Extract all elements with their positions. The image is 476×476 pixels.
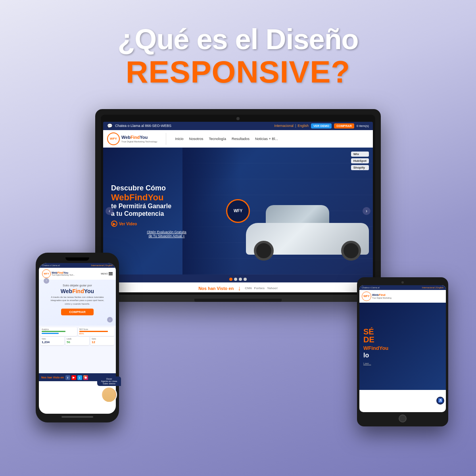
social-icons: f ▶ t ◉ [65, 375, 88, 380]
dot-3[interactable] [239, 278, 242, 281]
phone-lang-text: Internacional | English [91, 264, 113, 267]
laptop-footer: Nos han Visto en ↓ CNN Forbes Yahoo! [103, 282, 373, 292]
hero-text: Descubre Cómo WebFindYou te Permitirá Ga… [111, 184, 222, 238]
cta-line2: de Tu Situación Actual » [111, 234, 222, 238]
bar-2 [42, 333, 59, 334]
phone-comprar-btn[interactable]: COMPRAR [61, 309, 93, 315]
arrow-icon: ↓ [238, 285, 241, 292]
phone-dashboard: Analytics SEO Score 85% [39, 326, 116, 373]
title-line1: ¿Qué es el Diseño [117, 24, 358, 55]
dot-1[interactable] [229, 278, 232, 281]
hero-cta[interactable]: Obtén Evaluación Gratuita de Tu Situació… [111, 230, 222, 238]
phone-hero: ‹ Solo déjate guiar por WebFindYou A tra… [39, 280, 116, 326]
phone-hero-content: Solo déjate guiar por WebFindYou A travé… [42, 284, 113, 317]
video-btn[interactable]: ▶ Ver Video [111, 221, 222, 227]
laptop-camera [236, 117, 240, 120]
agent-subtitle: Sales directo [99, 382, 119, 385]
bar-1 [42, 331, 65, 332]
nav-inicio[interactable]: Inicio [175, 137, 183, 141]
brand-shopify: Shopify [351, 165, 369, 170]
hero-title4: a tu Competencia [111, 210, 222, 217]
phone-logo-txt: WebFindYou [52, 271, 75, 274]
hero-arrow-right[interactable]: › [363, 207, 370, 215]
phone-logo: WFY WebFindYou True Digital Marketing Te… [42, 269, 75, 278]
dashboard-card-2: SEO Score 85% [78, 327, 115, 336]
tablet-home-btn[interactable] [399, 415, 407, 422]
lang-links: Internacional | English [274, 124, 309, 128]
sales-count: 12 [92, 340, 113, 344]
lang-sep: | [295, 124, 296, 128]
play-icon: ▶ [111, 221, 117, 227]
cta-line1: Obtén Evaluación Gratuita [111, 230, 222, 234]
bar-3 [79, 331, 108, 332]
tablet-outer: Chatea o Llama al Internacional | Englis… [357, 277, 448, 426]
racing-brands: Wix HubSpot Shopify [351, 152, 369, 170]
hero-arrow-left[interactable]: ‹ [106, 207, 113, 215]
laptop-base [101, 295, 375, 302]
phone-hero-brand: WebFindYou [48, 288, 107, 294]
lang-internacional[interactable]: Internacional [274, 124, 294, 128]
phone: Chatea o Llama al Internacional | Englis… [36, 253, 119, 422]
tablet-hero-t3: WFindYou [363, 345, 388, 351]
web-logo: WFY WebFindYou True Digital Marketing Te… [107, 132, 157, 145]
footer-logo-1: CNN [245, 286, 251, 290]
phone-home-bar [61, 416, 93, 418]
dashboard-card-1: Analytics [40, 327, 77, 336]
phone-arrow-right[interactable]: › [107, 317, 113, 322]
phone-notch [65, 257, 89, 261]
car-wheel2 [341, 241, 361, 261]
phone-nos-visto-text: Nos han Visto en [41, 376, 64, 379]
dot-nav [103, 278, 373, 281]
tablet-screen: Chatea o Llama al Internacional | Englis… [359, 285, 446, 412]
agent-bubble: Oscar Agente en Línea Sales directo [97, 376, 121, 386]
card-title-5: Sales [92, 338, 113, 340]
phone-menu-btn[interactable]: MENÚ [101, 272, 113, 275]
main-container: ¿Qué es el Diseño RESPONSIVE? 💬 Chatea o… [0, 0, 476, 476]
nav-divider [166, 133, 166, 145]
hero-title1: Descubre Cómo [111, 184, 222, 193]
dashboard-card-3: Visits 1,234 [40, 337, 64, 345]
agent-avatar [101, 387, 117, 403]
dashboard-row-2: Visits 1,234 Leads 56 Sales 12 [40, 337, 114, 345]
phone-topbar: Chatea o Llama al Internacional | Englis… [39, 263, 116, 268]
phone-logo-tagline: True Digital Marketing Tech... [52, 274, 75, 276]
instagram-icon: ◉ [83, 375, 88, 380]
tablet-hero-t1: SÉ [363, 328, 388, 336]
footer-logos: CNN Forbes Yahoo! [245, 286, 278, 290]
phone-hero-subtitle: Solo déjate guiar por [48, 284, 107, 287]
accessibility-button[interactable]: ♿ [436, 397, 444, 405]
nav-nosotros[interactable]: Nosotros [189, 137, 203, 141]
visits-count: 1,234 [42, 340, 63, 344]
agent-face [103, 388, 115, 402]
comprar-top-button[interactable]: COMPRAR [334, 123, 354, 129]
laptop: 💬 Chatea o Llama al 866-SEO-WEBS Interna… [95, 109, 381, 302]
nav-tecnologia[interactable]: Tecnología [209, 137, 226, 141]
tablet-logo-tagline: True Digital Marketing [372, 297, 392, 299]
tablet-hero-cta[interactable]: Leer... [363, 362, 388, 365]
hero-title3: te Permitirá Ganarle [111, 202, 222, 210]
car-wheel1 [254, 241, 274, 261]
nav-resultados[interactable]: Resultados [232, 137, 250, 141]
title-area: ¿Qué es el Diseño RESPONSIVE? [117, 24, 358, 89]
laptop-navbar: WFY WebFindYou True Digital Marketing Te… [103, 130, 373, 148]
hero-title2: WebFindYou [111, 193, 222, 202]
phone-arrow-left[interactable]: ‹ [44, 278, 49, 284]
devices-container: 💬 Chatea o Llama al 866-SEO-WEBS Interna… [20, 109, 456, 434]
phone-agent: Oscar Agente en Línea Sales directo [97, 376, 121, 403]
nos-visto-text: Nos han Visto en [198, 286, 234, 291]
phone-notch-area [39, 257, 116, 261]
dot-4[interactable] [244, 278, 247, 281]
phone-chat-text: Chatea o Llama al [42, 264, 60, 267]
ver-demo-button[interactable]: VER DEMO [311, 123, 332, 129]
tablet-logo-txt: WebFind [372, 293, 392, 297]
nav-noticias[interactable]: Noticias + Bl... [255, 137, 278, 141]
dot-2[interactable] [234, 278, 237, 281]
laptop-screen: 💬 Chatea o Llama al 866-SEO-WEBS Interna… [103, 122, 373, 292]
tablet-chat-text: Chatea o Llama al [362, 286, 380, 289]
tablet-logo: WFY WebFind True Digital Marketing [362, 292, 392, 301]
logo-name: WebFindYou [121, 135, 157, 140]
tablet-topbar: Chatea o Llama al Internacional | Englis… [359, 285, 446, 290]
lang-english[interactable]: English [298, 124, 309, 128]
tablet-hero-text: SÉ DE WFindYou lo Leer... [363, 328, 388, 365]
logo-icon: WFY [107, 132, 120, 145]
